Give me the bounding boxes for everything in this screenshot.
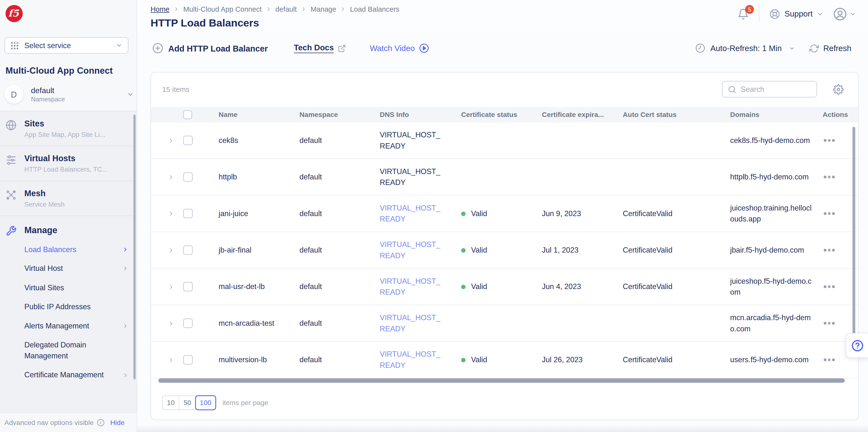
manage-section-header[interactable]: Manage [6, 224, 129, 236]
row-expand-chevron-icon[interactable] [151, 174, 177, 180]
cell-certificate-expiration: Jul 26, 2023 [530, 354, 611, 365]
sidebar-nav-group[interactable]: Virtual Hosts HTTP Load Balancers, TC... [0, 146, 137, 181]
column-header[interactable]: Auto Cert status [611, 111, 718, 119]
breadcrumb-item[interactable]: Manage [311, 5, 336, 13]
manage-item-label: Certificate Management [24, 370, 104, 381]
auto-refresh-dropdown[interactable]: Auto-Refresh: 1 Min [695, 43, 795, 53]
cell-dns-info[interactable]: VIRTUAL_HOST_READY [380, 129, 445, 151]
select-all-checkbox[interactable] [183, 110, 192, 119]
cell-name: jani-juice [207, 208, 287, 219]
manage-item-label: Public IP Addresses [24, 301, 91, 312]
sidebar-manage-item[interactable]: Virtual Sites [24, 278, 128, 297]
manage-item-label: Virtual Host [24, 263, 63, 274]
sidebar-manage-item[interactable]: Certificate Management [24, 366, 128, 385]
breadcrumb-item[interactable]: default [276, 5, 297, 13]
cell-namespace: default [287, 172, 368, 182]
toolbar: Add HTTP Load Balancer Tech Docs Watch V… [137, 34, 868, 62]
cell-dns-info[interactable]: VIRTUAL_HOST_READY [380, 276, 445, 297]
sidebar-scrollbar[interactable] [133, 115, 135, 379]
table-row: cek8s default VIRTUAL_HOST_READY cek8s.f… [151, 122, 858, 159]
cell-dns-info[interactable]: VIRTUAL_HOST_READY [380, 239, 445, 261]
column-header[interactable]: Certificate expira... [530, 111, 611, 119]
breadcrumb: Home Multi-Cloud App Connect default [151, 5, 399, 13]
row-expand-chevron-icon[interactable] [151, 210, 177, 217]
row-expand-chevron-icon[interactable] [151, 247, 177, 253]
row-expand-chevron-icon[interactable] [151, 284, 177, 290]
cell-domains: jbair.f5-hyd-demo.com [730, 245, 814, 256]
sidebar: f5 Select service Multi-Cloud App Connec… [0, 0, 137, 432]
clock-icon [695, 43, 706, 53]
sidebar-manage-item[interactable]: Public IP Addresses [24, 297, 128, 317]
sidebar-manage-item[interactable]: Delegated Domain Management [24, 336, 128, 365]
support-menu[interactable]: Support [770, 8, 823, 19]
watch-video-link[interactable]: Watch Video [370, 43, 429, 53]
search-input[interactable] [741, 85, 807, 93]
cell-domains: users.f5-hyd-demo.com [730, 354, 814, 365]
table-vertical-scrollbar[interactable] [852, 127, 855, 338]
items-per-page-option[interactable]: 100 [196, 396, 215, 409]
cell-actions [810, 212, 858, 215]
sidebar-nav-group[interactable]: Mesh Service Mesh [0, 181, 137, 216]
column-header[interactable]: Actions [810, 111, 858, 119]
grid-icon [10, 41, 19, 50]
row-checkbox[interactable] [183, 172, 193, 182]
cell-dns-info[interactable]: VIRTUAL_HOST_READY [380, 349, 445, 371]
row-checkbox[interactable] [183, 136, 193, 145]
nav-group-subtitle: App Site Map, App Site Li... [24, 131, 105, 139]
cell-name: httplb [207, 172, 287, 182]
page-title: HTTP Load Balancers [151, 17, 399, 29]
table-row: mal-usr-det-lb default VIRTUAL_HOST_READ… [151, 269, 858, 305]
column-header[interactable]: Domains [718, 111, 810, 119]
items-per-page-option[interactable]: 10 [163, 396, 179, 409]
nav-group-title: Sites [24, 119, 105, 128]
help-button[interactable] [846, 333, 868, 358]
row-actions-menu-button[interactable] [824, 358, 858, 361]
sidebar-nav-group[interactable]: Sites App Site Map, App Site Li... [0, 111, 137, 146]
items-per-page-option[interactable]: 50 [179, 396, 196, 409]
gear-icon[interactable] [833, 84, 843, 94]
sidebar-manage-item[interactable]: Alerts Management [24, 317, 128, 336]
cell-certificate-status: Valid [449, 208, 530, 219]
notifications-button[interactable]: 5 [738, 8, 749, 20]
breadcrumb-item[interactable]: Home [151, 5, 169, 13]
hide-advanced-nav-button[interactable]: Hide [110, 419, 125, 426]
cell-dns-info[interactable]: VIRTUAL_HOST_READY [380, 166, 445, 188]
items-count: 15 items [162, 85, 189, 93]
tech-docs-link[interactable]: Tech Docs [294, 43, 346, 53]
row-checkbox[interactable] [183, 245, 193, 255]
add-http-load-balancer-button[interactable]: Add HTTP Load Balancer [152, 42, 268, 54]
cell-dns-info[interactable]: VIRTUAL_HOST_READY [380, 203, 445, 224]
breadcrumb-item[interactable]: Load Balancers [350, 5, 399, 13]
namespace-selector[interactable]: D default Namespace [4, 85, 134, 104]
cell-dns-info[interactable]: VIRTUAL_HOST_READY [380, 312, 445, 334]
row-checkbox[interactable] [183, 209, 193, 218]
column-header[interactable]: Certificate status [449, 111, 530, 119]
table-horizontal-scrollbar[interactable] [158, 378, 845, 383]
row-checkbox[interactable] [183, 355, 193, 365]
row-checkbox[interactable] [183, 318, 193, 328]
row-expand-chevron-icon[interactable] [151, 137, 177, 144]
topbar-divider [759, 6, 760, 22]
user-menu[interactable] [833, 7, 856, 21]
sidebar-manage-item[interactable]: Virtual Host [24, 259, 128, 278]
chevron-down-icon [116, 42, 122, 49]
cell-domains: mcn.arcadia.f5-hyd-demo.com [730, 312, 814, 334]
service-selector[interactable]: Select service [4, 37, 128, 54]
table-row: multiversion-lb default VIRTUAL_HOST_REA… [151, 342, 858, 378]
column-header[interactable]: Namespace [287, 111, 368, 119]
row-expand-chevron-icon[interactable] [151, 320, 177, 326]
table-header-row: NameNamespaceDNS InfoCertificate statusC… [151, 107, 858, 122]
cell-auto-cert-status: CertificateValid [611, 245, 718, 256]
cell-namespace: default [287, 281, 368, 292]
cell-actions [810, 322, 858, 324]
refresh-button[interactable]: Refresh [809, 44, 851, 53]
row-checkbox[interactable] [183, 282, 193, 291]
row-expand-chevron-icon[interactable] [151, 356, 177, 363]
column-header[interactable]: DNS Info [368, 111, 449, 119]
status-dot [461, 248, 465, 252]
pagination: 1050100 items per page [162, 396, 268, 410]
cell-name: mal-usr-det-lb [207, 281, 287, 292]
breadcrumb-item[interactable]: Multi-Cloud App Connect [183, 5, 262, 13]
sidebar-manage-item[interactable]: Load Balancers [24, 240, 128, 259]
column-header[interactable]: Name [207, 111, 287, 119]
